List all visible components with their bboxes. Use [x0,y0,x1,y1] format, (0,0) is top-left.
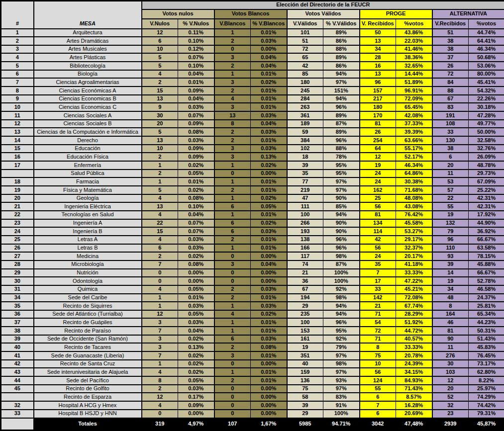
vvalidos-cell: 351 [287,351,323,360]
alt-recibidos-cell: 67 [432,95,469,103]
vblancos-cell: 1 [214,177,251,186]
vnulos-cell: 1 [142,294,178,302]
table-row: 8Ciencias Económicas A150.09%20.01%24515… [1,86,504,95]
alt-pct-cell: 32.58% [469,136,504,145]
alt-pct-cell: 50.68% [469,53,504,62]
alt-pct-cell: 30.18% [469,103,504,111]
pct-vvalidos-cell: 88% [323,45,360,54]
proge-recibidos-cell: 24 [360,252,396,260]
proge-pct-cell: 40.57% [396,335,432,344]
vblancos-cell: 6 [214,202,251,211]
totals-value-cell: 4,97% [178,418,214,431]
pct-vnulos-cell: 0.00% [178,410,214,418]
col-header-alt-recibidos: V.Recibidos [432,19,469,29]
alt-pct-cell: 47.28% [469,111,504,120]
pct-vvalidos-cell: 89% [323,53,360,62]
alt-pct-cell: 8.22% [469,376,504,385]
proge-pct-cell: 42.08% [396,111,432,120]
pct-vnulos-cell: 0.02% [178,368,214,376]
pct-vvalidos-cell: 98% [323,252,360,260]
table-row: 43Sede interunivesitaria de Alajuela40.0… [1,368,504,376]
vvalidos-cell: 85 [287,70,323,79]
table-row: 25Letras A40.03%20.01%13896%4229.17%9666… [1,236,504,244]
vnulos-cell: 12 [142,393,178,401]
alt-recibidos-cell: 103 [432,368,469,376]
pct-vvalidos-cell: 96% [323,244,360,253]
totals-value-cell: 2939 [432,418,469,431]
mesa-cell: Hospital B HSJD y HNN [34,410,142,418]
alt-pct-cell: 66.67% [469,269,504,277]
vnulos-cell: 20 [142,120,178,128]
proge-pct-cell: 76.42% [396,211,432,219]
alt-pct-cell: 67.09% [469,177,504,186]
vblancos-cell: 3 [214,351,251,360]
table-row: 16Educación Física20.09%30.13%1878%1252.… [1,153,504,161]
pct-vblancos-cell: 0.08% [251,343,287,351]
alt-recibidos-cell: 20 [432,385,469,393]
vvalidos-cell: 245 [287,86,323,95]
row-number-cell: 26 [1,244,34,253]
pct-vvalidos-cell: 79% [323,343,360,351]
proge-recibidos-cell: 19 [360,161,396,170]
alt-recibidos-cell: 12 [432,376,469,385]
row-number-cell: 16 [1,153,34,161]
vnulos-cell: 12 [142,310,178,319]
row-number-cell: 33 [1,410,34,418]
pct-vblancos-cell: 0.01% [251,327,287,335]
vblancos-cell: 0 [214,277,251,285]
vblancos-cell: 2 [214,186,251,194]
alt-pct-cell: 17.92% [469,211,504,219]
pct-vnulos-cell: 0.07% [178,227,214,236]
row-number-cell: 4 [1,53,34,62]
proge-pct-cell: 20.17% [396,252,432,260]
pct-vnulos-cell: 0.08% [178,260,214,269]
proge-recibidos-cell: 13 [360,70,396,79]
vblancos-cell: 2 [214,376,251,385]
totals-value-cell: 94.71% [323,418,360,431]
pct-vblancos-cell: 0.05% [251,202,287,211]
row-number-cell: 18 [1,177,34,186]
alt-pct-cell: 63.58% [469,244,504,253]
row-number-cell: 43 [1,368,34,376]
pct-vvalidos-cell: 95% [323,170,360,178]
pct-vnulos-cell: 0.05% [178,285,214,294]
row-number-cell: 30 [1,277,34,285]
table-row: 7Ciencias Agroalimentarias20.01%30.02%18… [1,78,504,86]
vvalidos-cell: 219 [287,186,323,194]
vnulos-cell: 6 [142,244,178,253]
vvalidos-cell: 18 [287,153,323,161]
proge-pct-cell: 72.08% [396,294,432,302]
pct-vblancos-cell: 0.01% [251,368,287,376]
proge-pct-cell: 39.39% [396,128,432,136]
table-row: 11Ciencias Sociales A300.07%130.03%36189… [1,111,504,120]
proge-recibidos-cell: 96 [360,78,396,86]
alt-recibidos-cell: 23 [432,410,469,418]
row-number-cell: 42 [1,360,34,368]
pct-vblancos-cell: 0.01% [251,186,287,194]
vblancos-cell: 0 [214,252,251,260]
alt-pct-cell: 73.17% [469,360,504,368]
vnulos-cell: 1 [142,302,178,310]
col-header-vvalidos: V.Válidos [287,19,323,29]
vvalidos-cell: 284 [287,95,323,103]
pct-vnulos-cell: 0.03% [178,302,214,310]
row-number-cell: 5 [1,62,34,70]
pct-vblancos-cell: 0.00% [251,170,287,178]
vnulos-cell: 15 [142,227,178,236]
vnulos-cell: 13 [142,202,178,211]
row-number-cell: 10 [1,103,34,111]
mesa-cell: Artes Dramáticas [34,37,142,45]
vvalidos-cell: 58 [287,393,323,401]
proge-recibidos-cell: 81 [360,120,396,128]
alt-recibidos-cell: 90 [432,335,469,344]
vvalidos-cell: 136 [287,376,323,385]
pct-vvalidos-cell: 100% [323,410,360,418]
vnulos-cell: 1 [142,360,178,368]
alt-pct-cell: 46.34% [469,45,504,54]
alt-recibidos-cell: 38 [432,45,469,54]
vblancos-cell: 1 [214,244,251,253]
pct-vnulos-cell: 0.03% [178,103,214,111]
pct-vnulos-cell: 0.02% [178,252,214,260]
proge-pct-cell: 29.17% [396,236,432,244]
proge-recibidos-cell: 24 [360,177,396,186]
